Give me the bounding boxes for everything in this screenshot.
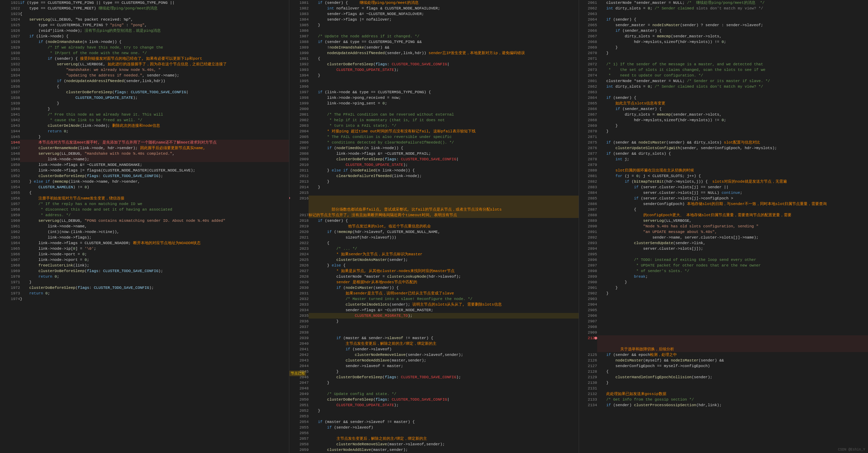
table-row: 2909 [579,330,868,335]
table-row: 1948 serverLog(LL_DEBUG, "Handshake with… [0,151,289,156]
table-row: 2022 { [289,240,578,246]
table-row: 2068 hdr->myslots,sizeof(hdr->myslots)) … [579,39,868,45]
table-row: 2908 [579,324,868,330]
table-row: 2002 * help if it is momentary (that is,… [289,117,578,123]
table-row: 2029 sender 是根据hdr从本地nodes节点中匹配的 [289,279,578,285]
table-row: 2012 clearNodeFailureIfNeeded(link->node… [289,173,578,179]
table-row: 1971 } [0,279,289,285]
table-row: 2066 if (sender_master) { [579,28,868,34]
table-row: 1949 link->node->name); [0,156,289,162]
table-row: 1934 "updating the address if needed.", … [0,73,289,78]
code-block-right[interactable]: 2061 clusterNode *sender_master = NULL; … [579,0,868,453]
table-row: 2898 * of sender's slots. */ [579,268,868,274]
table-row: 1984 sender->flags |= nofailover; [289,17,578,22]
table-row: 2133 /* Get info from the gossip section… [579,397,868,402]
table-row: 2031 如果sender是主节点，说明sender已经从主节点变成了slave [289,291,578,296]
table-row [0,335,289,341]
table-row: 2007 if (nodeTimedOut(n link->node)) { [289,145,578,151]
table-row: 2895 [579,251,868,257]
table-row: 2074 * need to update our configuration.… [579,73,868,78]
table-row: 2049 /* Update config and state. */ [289,391,578,397]
table-row: 1963 link->node->flags); [0,235,289,240]
table-row: 1942 * cause the link to be freed as wel… [0,117,289,123]
table-row: 1970 return 0; [0,274,289,279]
table-row: 2896 /* TODO: instead of exiting the loo… [579,257,868,263]
table-row: 2011 } else if (nodeFailed(n link->node)… [289,168,578,173]
table-row: 2058 clusterNodeRemoveSlave(master->slav… [289,441,578,447]
table-row: 1922 type == CLUSTERMSG_TYPE_MEET) 继续处理p… [0,6,289,11]
table-row: 1992 clusterDoBeforeSleep(flags: CLUSTER… [289,61,578,67]
table-row: 2887 { [579,207,868,212]
table-row: 2035 CLUSTER_NODE_MIGRATE_TO); [289,313,578,319]
table-row: 2130 } [579,380,868,386]
table-row: 2020 if (!memcmp(hdr->slaveof, CLUSTER_N… [289,229,578,235]
table-row: 2014 } [289,184,578,190]
table-row: 2901 } [579,285,868,291]
code-block-middle[interactable]: 1981 if (sender) { 继续处理ping/pong/meet的消息… [289,0,578,453]
table-row: 2017标记的节点主节点开了, 没有且如果断开网络间隔近两个timeout时间,… [289,212,578,218]
table-row: 1945 } [0,134,289,140]
table-row: 1957 /* If the reply has a non matching … [0,201,289,207]
table-row: 1983 sender->flags &= ~CLUSTER_NODE_NOFA… [289,11,578,17]
table-row: 1994 } [289,73,578,78]
table-row: 1960 serverLog(LL_DEBUG, "PONG contains … [0,218,289,224]
table-row: 2021 sizeof(hdr->slaveof))) [289,235,578,240]
table-row: 2018 if (sender) { [289,218,578,224]
table-row: 2073 * the set of slots it claims change… [579,67,868,73]
table-row: 1943 clusterDelNode(link->node); 删除此次的连接… [0,123,289,129]
table-row [0,307,289,313]
table-row: 2868 hdr->myslots,sizeof(hdr->myslots)) … [579,117,868,123]
table-row: 2071 [579,56,868,61]
table-row: 2006 * conditions detected by clearNodeF… [289,140,578,145]
table-row: 2072 /* 1) If the sender of the message … [579,61,868,67]
table-row: 2128 { [579,369,868,374]
table-row: 1997 if (link->node && type == CLUSTERMS… [289,89,578,95]
table-row: 1973 return 0; [0,291,289,296]
table-row: 1952 clusterDoBeforeSleep(flags: CLUSTER… [0,173,289,179]
table-row: 1964 link->node->flags = CLUSTER_NODE_NO… [0,240,289,246]
table-row: 2878 int j; [579,156,868,162]
table-row: 2884 server.cluster->slots[j] == NULL) c… [579,190,868,196]
table-row: 2057 主节点发生变更后，解除之前的主/绑定，绑定新的主 [289,436,578,441]
table-row: 2042 clusterNodeRemoveSlave(sender->slav… [289,352,578,358]
table-row: 2062 int dirty_slots = 0; /* Sender clai… [579,6,868,11]
editor-panels: 1921if (type == CLUSTERMSG_TYPE_PING || … [0,0,868,453]
table-row: 1956 注册手初始发现对方节点name发生变更，绕信连接 [0,196,289,201]
table-row: 2125 if (sender && epoch检测，处理之中 [579,352,868,358]
table-row: 1962 (int)(now-(link->node->ctine)), [0,229,289,235]
table-row: 2043 clusterNodeAddSlave(master,sender); [289,358,578,363]
table-row: 1991 { [289,56,578,61]
table-row: 1996 [289,84,578,89]
table-row: 1930 * IP/port of the node with the new … [0,50,289,56]
table-row: 2032 /* Master turned into a slave! Reco… [289,296,578,302]
table-row: 2879 [579,162,868,168]
table-row: 2004 * 对接ping 超过time out时间的节点没有没有标记fail,… [289,129,578,134]
table-row: 2127 senderConfigEpoch == myself->config… [579,363,868,369]
table-row: 2054 if (master && sender->slaveof != ma… [289,419,578,425]
table-row: 2000 [289,106,578,112]
panel-middle: 1981 if (sender) { 继续处理ping/pong/meet的消息… [289,0,579,453]
table-row: 1965 link->node->ip[0] = '\0'; [0,246,289,251]
table-row: 2019 他节点发过来的slot, 临近个节点重信息的机会 [289,224,578,229]
table-row: 2865 如此主节点slots信息有变更 [579,101,868,106]
table-row: 2124 关于选举和故障切换，后续分析 [579,335,868,352]
table-row: 1923{ [0,11,289,17]
code-block-left[interactable]: 1921if (type == CLUSTERMSG_TYPE_PING || … [0,0,289,453]
table-row: 1981 if (sender) { 继续处理ping/pong/meet的消息 [289,0,578,6]
table-row: 2045 } [289,369,578,374]
table-row: 1927 if (link->node) { [0,34,289,39]
annotation-label: 节点已知 [289,371,306,376]
table-row: 1954 CLUSTER_NAMELEN) != 0) [0,184,289,190]
table-row: 1961 link->node->name, [0,224,289,229]
table-row: 1995 [289,78,578,84]
table-row: 2053 [289,414,578,419]
table-row: 1955 { [0,190,289,196]
table-row: 1938 CLUSTER_TODO_UPDATE_STATE); [0,95,289,101]
table-row: 1998 link->node->pong_received = now; [289,95,578,101]
table-row: 2024 * 如果sender为主节点，从主节点标识为master [289,251,578,257]
table-row [0,313,289,319]
table-row: 2025 clusterSetNodeAsMaster(sender); [289,257,578,263]
table-row: 2894 server.cluster->slots[j]); [579,246,868,251]
table-row [0,352,289,358]
table-row [0,302,289,307]
